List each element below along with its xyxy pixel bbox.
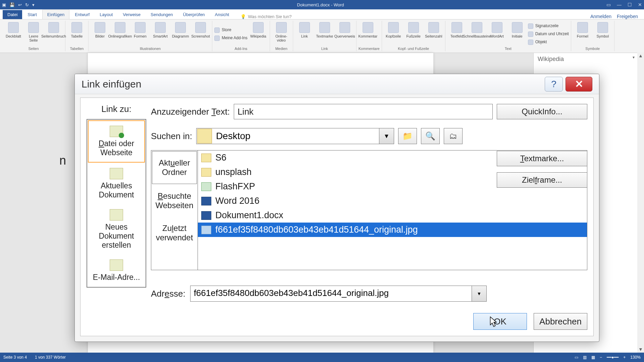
link-to-file-or-web[interactable]: Datei oder Webseite [88, 120, 145, 163]
file-item-selected[interactable]: f661ef35f8480db603eb43eb41d51644_origina… [198, 223, 587, 237]
close-window-icon[interactable]: ✕ [638, 2, 642, 7]
search-in-label: Suchen in: [151, 131, 192, 141]
tab-review[interactable]: Überprüfen [178, 10, 210, 19]
tab-mailings[interactable]: Sendungen [146, 10, 178, 19]
equation-button[interactable]: Formel [573, 21, 592, 46]
blank-page-button[interactable]: Leere Seite [24, 21, 43, 46]
bookmark-button[interactable]: Textmarke [315, 21, 334, 46]
crossref-button[interactable]: Querverweis [335, 21, 354, 46]
browse-web-button[interactable]: 🔍 [421, 128, 440, 144]
object-icon [528, 40, 533, 45]
textbox-button[interactable]: Textfeld [447, 21, 466, 46]
bookmark-dialog-button[interactable]: Textmarke... [497, 151, 587, 166]
vertical-scrollbar[interactable]: ▲ ▼ [637, 52, 644, 353]
zoom-slider[interactable]: ━━●━━ [607, 355, 619, 360]
link-to-new-doc[interactable]: Neues Dokument erstellen [87, 204, 146, 255]
dialog-close-button[interactable]: ✕ [566, 77, 592, 92]
ribbon-options-icon[interactable]: ▭ [606, 2, 611, 7]
quickinfo-button[interactable]: QuickInfo... [497, 104, 587, 119]
up-folder-button[interactable]: 📁 [398, 128, 417, 144]
link-to-current-doc[interactable]: Aktuelles Dokument [87, 163, 146, 204]
scroll-down-icon[interactable]: ▼ [637, 346, 644, 353]
new-doc-icon [110, 209, 123, 221]
object-button[interactable]: Objekt [528, 38, 569, 45]
signature-icon [528, 23, 533, 29]
browse-file-button[interactable]: 🗂 [444, 128, 463, 144]
zoom-in-icon[interactable]: + [623, 355, 626, 360]
cancel-button[interactable]: Abbrechen [534, 313, 587, 330]
address-value[interactable]: f661ef35f8480db603eb43eb41d51644_origina… [191, 286, 472, 301]
zoom-out-icon[interactable]: − [600, 355, 602, 360]
comment-button[interactable]: Kommentar [359, 21, 377, 46]
subtab-browsed-pages[interactable]: Besuchte Webseiten [151, 185, 198, 217]
header-button[interactable]: Kopfzeile [384, 21, 403, 46]
signature-line-button[interactable]: Signaturzeile [528, 22, 569, 29]
screenshot-button[interactable]: Screenshot [191, 21, 210, 46]
smartart-button[interactable]: SmartArt [151, 21, 170, 46]
qat-more-icon[interactable]: ▾ [32, 2, 35, 7]
target-frame-button[interactable]: Zielframe... [497, 172, 587, 188]
tab-view[interactable]: Ansicht [210, 10, 234, 19]
tab-start[interactable]: Start [23, 10, 41, 19]
wikipedia-button[interactable]: Wikipedia [249, 21, 268, 46]
redo-icon[interactable]: ↻ [25, 2, 29, 7]
maximize-icon[interactable]: ☐ [628, 2, 632, 7]
chevron-down-icon[interactable]: ▼ [472, 286, 486, 301]
online-video-button[interactable]: Online-video [272, 21, 291, 46]
dropcap-button[interactable]: Initiale [508, 21, 527, 46]
pagenum-button[interactable]: Seitenzahl [424, 21, 443, 46]
dialog-help-button[interactable]: ? [545, 77, 563, 92]
file-item[interactable]: Word 2016 [198, 194, 587, 208]
my-addins-button[interactable]: Meine Add-Ins [214, 34, 248, 41]
display-text-input[interactable] [234, 104, 493, 119]
cover-page-button[interactable]: Deckblatt [4, 21, 23, 46]
share-button[interactable]: Freigeben [617, 14, 638, 19]
datetime-button[interactable]: Datum und Uhrzeit [528, 30, 569, 37]
app-icon [201, 182, 211, 191]
tab-file[interactable]: Datei [3, 10, 22, 19]
search-in-combo[interactable]: Desktop ▼ [196, 128, 394, 144]
tab-layout[interactable]: Layout [95, 10, 117, 19]
zoom-level[interactable]: 130% [630, 355, 641, 360]
page-indicator[interactable]: Seite 3 von 4 [3, 355, 27, 360]
pictures-icon [95, 22, 105, 33]
group-text-label: Text [447, 46, 569, 51]
word-count[interactable]: 1 von 337 Wörter [35, 355, 66, 360]
tell-me-placeholder: Was möchten Sie tun? [248, 14, 291, 19]
subtab-recent-files[interactable]: Zuletzt verwendet [151, 217, 198, 249]
shapes-button[interactable]: Formen [131, 21, 150, 46]
subtab-current-folder[interactable]: Aktueller Ordner [152, 151, 197, 184]
ok-button[interactable]: OK [473, 313, 527, 330]
link-button[interactable]: Link [295, 21, 314, 46]
page-break-button[interactable]: Seitenumbruch [44, 21, 63, 46]
store-button[interactable]: Store [214, 26, 248, 33]
view-web-icon[interactable]: ▦ [591, 355, 595, 360]
scroll-up-icon[interactable]: ▲ [637, 52, 644, 59]
dialog-title-bar[interactable]: Link einfügen ? ✕ [75, 74, 599, 94]
undo-icon[interactable]: ↩ [18, 2, 22, 7]
file-item[interactable]: Dokument1.docx [198, 208, 587, 223]
chevron-down-icon[interactable]: ▼ [379, 128, 394, 144]
link-to-email[interactable]: E-Mail-Adre... [87, 255, 146, 287]
chart-button[interactable]: Diagramm [171, 21, 190, 46]
pictures-button[interactable]: Bilder [91, 21, 109, 46]
footer-button[interactable]: Fußzeile [404, 21, 423, 46]
tell-me-search[interactable]: 💡 Was möchten Sie tun? [240, 14, 291, 19]
quickparts-button[interactable]: Schnellbausteine [468, 21, 486, 46]
tab-references[interactable]: Verweise [118, 10, 145, 19]
minimize-icon[interactable]: — [617, 2, 622, 7]
address-combo[interactable]: f661ef35f8480db603eb43eb41d51644_origina… [190, 286, 487, 302]
tab-design[interactable]: Entwurf [70, 10, 94, 19]
save-icon[interactable]: 💾 [9, 2, 15, 7]
online-pictures-button[interactable]: Onlinegrafiken [111, 21, 129, 46]
view-print-icon[interactable]: ▥ [583, 355, 587, 360]
tab-insert[interactable]: Einfügen [42, 10, 69, 19]
wikipedia-icon [253, 22, 264, 33]
sign-in-link[interactable]: Anmelden [590, 14, 611, 19]
pane-options-icon[interactable]: ▾ [633, 55, 635, 60]
group-illustrations-label: Illustrationen [91, 46, 210, 51]
wordart-button[interactable]: WordArt [488, 21, 506, 46]
view-readmode-icon[interactable]: ▭ [575, 355, 578, 360]
table-button[interactable]: Tabelle [67, 21, 86, 46]
symbol-button[interactable]: Symbol [593, 21, 612, 46]
